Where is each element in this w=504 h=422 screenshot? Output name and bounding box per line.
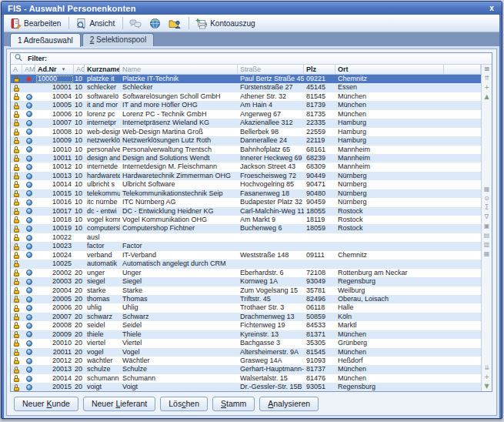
copy-icon[interactable]: ▣ xyxy=(482,222,492,231)
row-up-icon[interactable]: ▲ xyxy=(482,92,492,102)
cell-kurz: siegel xyxy=(85,277,120,286)
insert-row-icon[interactable]: + xyxy=(482,83,492,92)
scroll-top-icon[interactable]: ⇈ xyxy=(482,74,492,83)
table-row[interactable]: 2000420starkeStarkeZum Vogelsang 1535781… xyxy=(11,286,481,295)
table-row[interactable]: 1000510it and morIT and more Höfler OHGA… xyxy=(11,101,481,109)
column-header-a[interactable]: A xyxy=(11,65,22,74)
column-header-filler[interactable] xyxy=(444,65,481,74)
grid-columns-area: AAMAd.Nr▼AGKurznameNameStraßePlzOrt 1000… xyxy=(11,65,481,391)
cell-nr: 10004 xyxy=(35,92,74,101)
column-header-name[interactable]: Name xyxy=(120,65,238,74)
neuer-kunde-button[interactable]: Neuer Kunde xyxy=(14,397,78,411)
cell-nr: 10015 xyxy=(35,189,74,198)
table-row[interactable]: 1000610lorenz pcLorenz PC - Technik GmbH… xyxy=(11,110,481,119)
column-header-kurz[interactable]: Kurzname xyxy=(85,65,120,74)
table-row[interactable]: 2001420schumannSchumannWalsertalstr. 158… xyxy=(11,374,481,383)
bearbeiten-button[interactable]: Bearbeiten xyxy=(7,16,65,31)
cell-a xyxy=(11,260,22,268)
cell-nr: 20009 xyxy=(35,330,74,339)
globe-icon xyxy=(149,18,161,29)
table-row[interactable]: 1000010platzke itPlatzke IT-TechnikPaul … xyxy=(11,75,481,83)
column-header-str[interactable]: Straße xyxy=(238,65,304,74)
scroll-bottom-icon[interactable]: ⇊ xyxy=(482,363,492,373)
lock-icon xyxy=(14,331,20,338)
filter-magnifier-icon[interactable] xyxy=(14,53,23,64)
table-row[interactable]: 2001320schulzeSchulzeGerhart-Hauptmann-R… xyxy=(11,365,481,373)
table-row[interactable]: 1000810web-designWeb-Design Martina Groß… xyxy=(11,128,481,136)
table-row[interactable]: 1001310hardwareteHardwaretechnik Zimmerm… xyxy=(11,172,481,180)
grid-settings-icon[interactable]: ⊞ xyxy=(482,65,492,74)
cell-am xyxy=(22,101,35,109)
table-row[interactable]: 2000720schwarzSchwarzDrachmenweg 1350859… xyxy=(11,313,481,321)
table-row[interactable]: 1001210internetdeInternetdesign M. Fleis… xyxy=(11,162,481,171)
cell-plz: 81545 xyxy=(304,92,335,101)
tab-adressauswahl[interactable]: 1 Adreßauswahl xyxy=(10,33,81,47)
grid-view-icon[interactable]: ▦ xyxy=(482,250,492,259)
list-view-icon[interactable]: ▤ xyxy=(482,231,492,240)
action-button-bar: Neuer KundeNeuer LieferantLöschenStammAn… xyxy=(10,397,493,411)
search-icon[interactable]: ⊙ xyxy=(482,194,492,203)
table-row[interactable]: 2000520thomasThomasTriftstr. 4582496Ober… xyxy=(11,295,481,303)
table-row[interactable]: 1001410ulbricht sUlbricht SoftwareHochvo… xyxy=(11,180,481,189)
table-row[interactable]: 2001020viertelViertelBachgasse 335305Grü… xyxy=(11,339,481,347)
table-row[interactable]: 2000820seidelSeidelFichtenweg 1984533Mar… xyxy=(11,321,481,330)
lock-icon xyxy=(14,199,20,206)
cell-plz: 45145 xyxy=(304,83,335,92)
customer-folder-button[interactable] xyxy=(165,16,185,31)
lock-icon xyxy=(14,270,20,276)
cell-nr: 20014 xyxy=(35,374,74,383)
row-down-icon[interactable]: ▼ xyxy=(482,382,492,391)
table-row[interactable]: 1000410softwarelöSoftwarelösungen Scholl… xyxy=(11,92,481,101)
stamm-button[interactable]: Stamm xyxy=(212,397,255,411)
cell-str: Altersheimerstr. 9A xyxy=(238,348,304,357)
table-row[interactable]: 1000910netzwerklöNetzwerklösungen Lutz R… xyxy=(11,136,481,145)
table-row[interactable]: 1001910computershComputershop FichtnerBu… xyxy=(11,224,481,233)
table-row[interactable]: 2000320siegelSiegelKornweg 1A93049Regens… xyxy=(11,277,481,286)
cell-ag: 10 xyxy=(74,75,85,83)
column-header-ort[interactable]: Ort xyxy=(335,65,444,74)
table-row[interactable]: 10024verbandIT-VerbandWeststraße 1480911… xyxy=(11,251,481,260)
cell-ort: Regensburg xyxy=(335,277,444,286)
table-row[interactable]: 1000710internetprInternetpräsenz Wieland… xyxy=(11,119,481,127)
table-view-icon[interactable]: ▦ xyxy=(482,185,492,194)
loeschen-button[interactable]: Löschen xyxy=(160,397,208,411)
lock-icon xyxy=(14,155,20,162)
column-header-am[interactable]: AM xyxy=(22,65,35,74)
table-row[interactable]: 10025automatikAutomatisch angelegt durch… xyxy=(11,260,481,268)
kontoauszug-button[interactable]: Kontoauszug xyxy=(192,16,259,31)
tab-selektionspool[interactable]: 2 Selektionspool xyxy=(82,33,154,46)
table-row[interactable]: 1001610itc nürnbeITC Nürnberg AGBudapest… xyxy=(11,198,481,206)
add-row-icon[interactable]: + xyxy=(482,373,492,382)
cell-nr: 10024 xyxy=(35,251,74,260)
table-row[interactable]: 2000920thieleThieleKyreinstr. 1381371Mün… xyxy=(11,330,481,339)
column-header-ag[interactable]: AG xyxy=(74,65,85,74)
table-row[interactable]: 2001120vogelVogelAltersheimerstr. 9A8154… xyxy=(11,348,481,357)
cell-filler xyxy=(444,321,481,330)
analysieren-button[interactable]: Analysieren xyxy=(259,397,319,411)
table-row[interactable]: 10022ausl xyxy=(11,233,481,242)
table-row[interactable]: 2000620uhligUhligTrothaer Str. 306118Hal… xyxy=(11,303,481,312)
internet-button[interactable] xyxy=(146,16,165,31)
table-row[interactable]: 1000110schleckerSchleckerFürstenstraße 2… xyxy=(11,83,481,92)
detail-view-icon[interactable]: ▥ xyxy=(482,240,492,250)
lock-icon xyxy=(14,234,20,241)
table-row[interactable]: 10023factorFactor xyxy=(11,242,481,250)
cell-nr: 10006 xyxy=(35,110,74,119)
filter-icon[interactable]: ∇ xyxy=(482,213,492,222)
table-row[interactable]: 1001710dc - entwiDC - Entwicklung Heidne… xyxy=(11,207,481,216)
neuer-lieferant-button[interactable]: Neuer Lieferant xyxy=(83,397,155,411)
sum-icon[interactable]: Σ xyxy=(482,203,492,213)
table-row[interactable]: 1001510telekommunTelekommunikationstechn… xyxy=(11,189,481,198)
column-header-plz[interactable]: Plz xyxy=(304,65,335,74)
messages-button[interactable] xyxy=(126,16,146,31)
close-button[interactable]: x xyxy=(486,3,498,14)
table-row[interactable]: 2000220ungerUngerEberhardstr. 672108Rott… xyxy=(11,269,481,277)
table-row[interactable]: 2001520voigtVoigtDr.-Gessler-Str. 15B930… xyxy=(11,383,481,391)
table-row[interactable]: 1001110design andDesign and Solutions We… xyxy=(11,154,481,162)
table-row[interactable]: 1001010personalvePersonalverwaltung Tren… xyxy=(11,146,481,154)
column-header-nr[interactable]: Ad.Nr▼ xyxy=(35,65,74,74)
cell-filler xyxy=(444,172,481,180)
table-row[interactable]: 1001810vogel kommVogel Kommunikation OHG… xyxy=(11,216,481,224)
table-row[interactable]: 2001220wächtlerWächtlerGrasweg 14A91093H… xyxy=(11,357,481,365)
ansicht-button[interactable]: Ansicht xyxy=(72,16,119,31)
